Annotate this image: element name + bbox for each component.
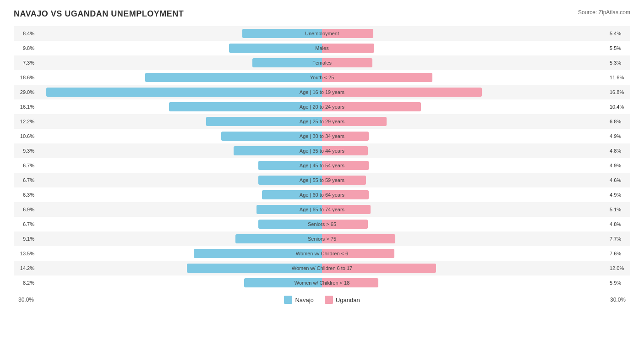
right-value: 5.3% (610, 60, 628, 66)
bar-row: 6.9%Age | 65 to 74 years5.1% (14, 202, 630, 217)
bar-row: 6.3%Age | 60 to 64 years4.9% (14, 187, 630, 202)
bar-row: 6.7%Age | 45 to 54 years4.9% (14, 158, 630, 173)
bar-pink (322, 264, 436, 273)
bar-row: 8.2%Women w/ Children < 185.9% (14, 275, 630, 290)
chart-area: 8.4%Unemployment5.4%9.8%Males5.5%7.3%Fem… (14, 26, 630, 290)
chart-footer: 30.0% Navajo Ugandan 30.0% (14, 296, 630, 304)
left-value: 16.1% (16, 104, 34, 110)
bar-blue (258, 220, 322, 229)
left-value: 6.9% (16, 207, 34, 212)
right-value: 5.9% (610, 280, 628, 286)
right-value: 7.6% (610, 251, 628, 256)
left-value: 9.3% (16, 148, 34, 154)
left-value: 6.7% (16, 163, 34, 168)
right-value: 7.7% (610, 236, 628, 242)
bar-row: 14.2%Women w/ Children 6 to 1712.0% (14, 261, 630, 275)
left-value: 18.6% (16, 75, 34, 80)
bar-pink (322, 205, 371, 214)
bar-pink (322, 44, 374, 53)
right-value: 4.8% (610, 148, 628, 154)
bar-blue (145, 73, 322, 82)
left-value: 6.7% (16, 177, 34, 183)
right-value: 16.8% (610, 89, 628, 95)
bar-row: 9.1%Seniors > 757.7% (14, 231, 630, 246)
bar-blue (258, 176, 322, 185)
bar-pink (322, 132, 369, 141)
legend: Navajo Ugandan (284, 296, 360, 304)
left-value: 9.8% (16, 45, 34, 51)
right-value: 5.4% (610, 31, 628, 36)
bar-row: 7.3%Females5.3% (14, 55, 630, 70)
bar-row: 9.8%Males5.5% (14, 41, 630, 55)
left-value: 6.7% (16, 221, 34, 227)
axis-label-left: 30.0% (18, 297, 34, 303)
right-value: 4.9% (610, 133, 628, 139)
left-value: 29.0% (16, 89, 34, 95)
legend-ugandan: Ugandan (325, 296, 360, 304)
bar-row: 12.2%Age | 25 to 29 years6.8% (14, 114, 630, 129)
bar-row: 6.7%Age | 55 to 59 years4.6% (14, 173, 630, 187)
bar-row: 13.5%Women w/ Children < 67.6% (14, 246, 630, 261)
legend-box-ugandan (325, 296, 333, 304)
axis-label-right: 30.0% (610, 297, 626, 303)
left-value: 6.3% (16, 192, 34, 198)
bar-blue (252, 58, 322, 67)
bar-blue (206, 117, 322, 126)
bar-blue (194, 249, 322, 258)
bar-pink (322, 73, 432, 82)
bar-blue (169, 102, 322, 111)
chart-container: NAVAJO VS UGANDAN UNEMPLOYMENT Source: Z… (14, 9, 630, 304)
bar-blue (187, 264, 322, 273)
right-value: 5.1% (610, 207, 628, 212)
left-value: 9.1% (16, 236, 34, 242)
bar-row: 18.6%Youth < 2511.6% (14, 70, 630, 85)
bar-pink (322, 220, 368, 229)
bar-pink (322, 146, 368, 155)
bar-blue (244, 278, 322, 287)
bar-blue (235, 234, 322, 243)
bar-blue (257, 205, 322, 214)
bar-blue (258, 161, 322, 170)
bar-row: 9.3%Age | 35 to 44 years4.8% (14, 143, 630, 158)
bar-pink (322, 88, 482, 97)
left-value: 8.4% (16, 31, 34, 36)
bar-blue (262, 190, 322, 199)
right-value: 10.4% (610, 104, 628, 110)
left-value: 13.5% (16, 251, 34, 256)
bar-row: 16.1%Age | 20 to 24 years10.4% (14, 99, 630, 114)
right-value: 11.6% (610, 75, 628, 80)
legend-ugandan-label: Ugandan (336, 297, 360, 303)
right-value: 4.9% (610, 192, 628, 198)
legend-navajo: Navajo (284, 296, 313, 304)
bar-blue (221, 132, 322, 141)
bar-blue (234, 146, 322, 155)
bar-pink (322, 234, 395, 243)
bar-row: 8.4%Unemployment5.4% (14, 26, 630, 41)
bar-pink (322, 249, 394, 258)
bar-pink (322, 117, 387, 126)
bar-pink (322, 190, 369, 199)
right-value: 12.0% (610, 265, 628, 271)
left-value: 8.2% (16, 280, 34, 286)
bar-blue (46, 88, 322, 97)
bar-blue (242, 29, 322, 38)
bar-pink (322, 102, 421, 111)
bar-pink (322, 161, 369, 170)
bar-pink (322, 29, 373, 38)
right-value: 6.8% (610, 119, 628, 124)
left-value: 14.2% (16, 265, 34, 271)
left-value: 12.2% (16, 119, 34, 124)
bar-row: 10.6%Age | 30 to 34 years4.9% (14, 129, 630, 143)
right-value: 4.8% (610, 221, 628, 227)
bar-blue (229, 44, 322, 53)
legend-navajo-label: Navajo (295, 297, 313, 303)
right-value: 4.6% (610, 177, 628, 183)
bar-row: 6.7%Seniors > 654.8% (14, 217, 630, 231)
left-value: 7.3% (16, 60, 34, 66)
bar-pink (322, 58, 372, 67)
right-value: 4.9% (610, 163, 628, 168)
right-value: 5.5% (610, 45, 628, 51)
bar-pink (322, 278, 378, 287)
chart-title: NAVAJO VS UGANDAN UNEMPLOYMENT (14, 9, 184, 19)
chart-source: Source: ZipAtlas.com (578, 9, 630, 16)
